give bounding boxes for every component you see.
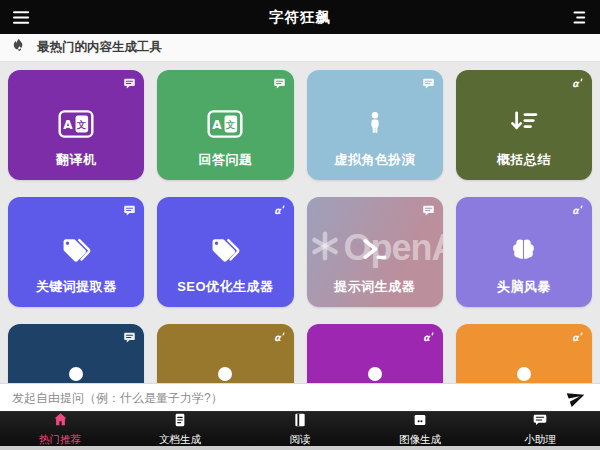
chat-bubble-icon [123,203,136,216]
svg-text:α: α [274,205,282,216]
svg-text:α: α [423,332,431,343]
tag-icon [8,237,144,264]
translate-icon: A文 [8,110,144,138]
translate-icon: A文 [157,110,293,138]
section-header: 最热门的内容生成工具 [0,34,600,62]
brain-icon [456,237,592,262]
assistant-chat-icon [532,412,548,432]
menu-icon[interactable] [11,7,33,27]
tool-label: 关键词提取器 [8,278,144,296]
partial-icon [307,364,443,383]
image-icon [412,412,428,432]
person-icon [307,110,443,136]
nav-label: 阅读 [290,433,311,447]
tool-grid: A文 翻译机 A文 回答问题 虚拟角色扮演 α 概括总结 关键词提取器 α SE… [0,62,600,383]
app-title: 字符狂飙 [0,8,600,27]
bottom-nav: 热门推荐 文档生成 阅读 图像生成 小助理 [0,411,600,446]
home-icon [52,411,69,432]
question-input[interactable] [12,391,564,405]
nav-label: 热门推荐 [39,433,81,447]
alpha-badge-icon: α [273,203,286,216]
tool-card[interactable]: α [157,324,293,383]
nav-item-2[interactable]: 阅读 [240,412,360,446]
chat-bubble-icon [273,76,286,89]
svg-text:α: α [572,78,580,89]
alpha-badge-icon: α [422,330,435,343]
tool-card[interactable]: α SEO优化生成器 [157,197,293,307]
summarize-icon [456,110,592,134]
nav-item-0[interactable]: 热门推荐 [0,412,120,446]
alpha-badge-icon: α [571,203,584,216]
terminal-icon [307,237,443,261]
chat-bubble-icon [123,76,136,89]
nav-item-1[interactable]: 文档生成 [120,412,240,446]
tool-card[interactable]: α [307,324,443,383]
tool-label: 提示词生成器 [307,278,443,296]
sort-lines-icon[interactable] [567,7,589,27]
tool-card[interactable]: 关键词提取器 [8,197,144,307]
alpha-badge-icon: α [273,330,286,343]
nav-item-3[interactable]: 图像生成 [360,412,480,446]
alpha-badge-icon: α [571,76,584,89]
home-indicator-strip [0,446,600,450]
svg-text:A: A [213,118,223,132]
send-icon[interactable] [564,386,588,410]
tool-label: 翻译机 [8,151,144,169]
tool-label: SEO优化生成器 [157,278,293,296]
svg-text:α: α [274,332,282,343]
tool-card[interactable]: A文 翻译机 [8,70,144,180]
section-title: 最热门的内容生成工具 [37,39,162,56]
svg-text:α: α [572,205,580,216]
tool-card[interactable]: α 头脑风暴 [456,197,592,307]
flame-icon [12,38,26,58]
nav-label: 图像生成 [399,433,441,447]
tool-card[interactable]: OpenAI 提示词生成器 [307,197,443,307]
partial-icon [456,364,592,383]
svg-text:文: 文 [76,119,86,130]
tool-card[interactable] [8,324,144,383]
tool-card[interactable]: A文 回答问题 [157,70,293,180]
tool-card[interactable]: 虚拟角色扮演 [307,70,443,180]
composer-bar [0,383,600,411]
chat-bubble-icon [422,76,435,89]
document-icon [172,412,188,432]
alpha-badge-icon: α [571,330,584,343]
svg-text:α: α [572,332,580,343]
tool-card[interactable]: α 概括总结 [456,70,592,180]
nav-item-4[interactable]: 小助理 [480,412,600,446]
tag-icon [157,237,293,264]
svg-text:文: 文 [225,119,235,130]
tool-card[interactable]: α [456,324,592,383]
svg-text:A: A [63,118,73,132]
nav-label: 小助理 [524,433,556,447]
partial-icon [8,364,144,383]
chat-bubble-icon [123,330,136,343]
tool-label: 回答问题 [157,151,293,169]
tool-label: 头脑风暴 [456,278,592,296]
chat-bubble-icon [422,203,435,216]
nav-label: 文档生成 [159,433,201,447]
top-bar: 字符狂飙 [0,0,600,34]
book-icon [292,412,308,432]
tool-label: 概括总结 [456,151,592,169]
partial-icon [157,364,293,383]
tool-label: 虚拟角色扮演 [307,151,443,169]
